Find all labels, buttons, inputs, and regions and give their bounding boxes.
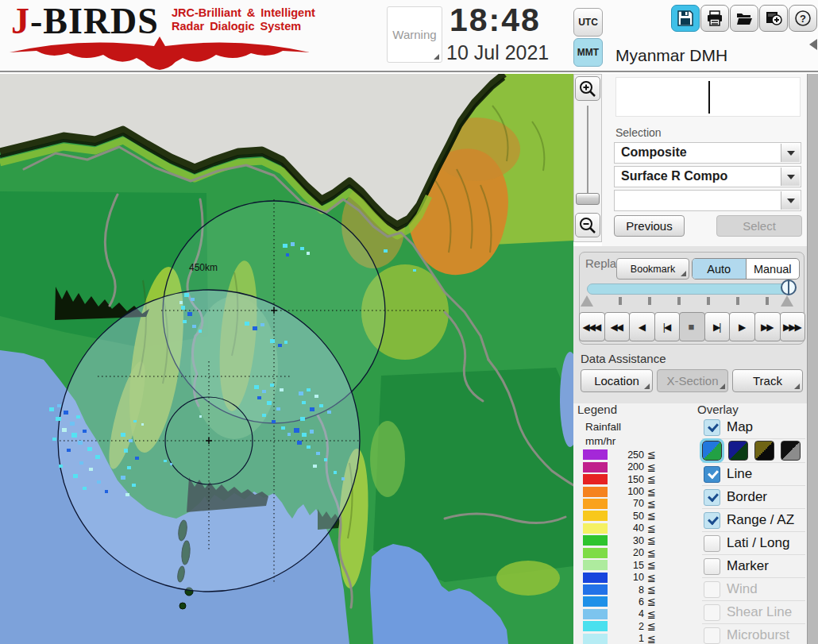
- map-style-swatch-1[interactable]: [728, 441, 748, 461]
- radar-echo: [286, 253, 289, 256]
- zoom-in-button[interactable]: [575, 76, 600, 101]
- checkbox-map[interactable]: [704, 419, 720, 436]
- overlay-row-line: Line: [702, 463, 805, 486]
- map-terrain: 450km: [0, 74, 573, 644]
- zoom-slider-track[interactable]: [587, 106, 588, 202]
- legend-color-swatch: [583, 499, 608, 509]
- legend-value: 100: [608, 486, 644, 497]
- help-button[interactable]: ?: [789, 5, 817, 32]
- replay-range-start-marker[interactable]: [581, 295, 593, 307]
- panel-collapse-arrow-icon[interactable]: [809, 39, 817, 50]
- playback-controls: ◀◀◀◀◀◀|◀■▶|▶▶▶▶▶▶: [579, 312, 804, 341]
- playback-button-3[interactable]: |◀: [654, 312, 681, 341]
- panel-edge-scrollbar[interactable]: [807, 74, 818, 644]
- open-folder-button[interactable]: [730, 5, 758, 32]
- checkbox-range-az[interactable]: [704, 512, 720, 529]
- legend-color-swatch: [583, 523, 608, 534]
- legend-row: 20≦: [583, 547, 670, 559]
- playback-button-5[interactable]: ▶|: [704, 312, 731, 341]
- map-style-swatch-0[interactable]: [702, 441, 722, 461]
- radar-echo: [287, 433, 291, 436]
- overlay-item-label: Lati / Long: [727, 535, 789, 551]
- checkbox-line[interactable]: [704, 466, 720, 483]
- save-icon: [677, 10, 694, 27]
- map-style-swatch-2[interactable]: [754, 441, 774, 461]
- mmt-toggle-button[interactable]: MMT: [573, 38, 603, 67]
- checkbox-lati-long[interactable]: [704, 535, 720, 552]
- track-menu-button[interactable]: Track: [732, 369, 803, 392]
- legend-color-swatch: [583, 449, 608, 460]
- chevron-down-icon[interactable]: [781, 191, 800, 210]
- warning-button[interactable]: Warning: [387, 6, 442, 63]
- radar-echo: [413, 269, 416, 272]
- radar-echo: [310, 430, 314, 434]
- zoom-out-button[interactable]: [575, 213, 600, 237]
- help-icon: ?: [794, 10, 812, 27]
- legend-operator: ≦: [647, 449, 656, 461]
- auto-mode-button[interactable]: Auto: [693, 259, 747, 279]
- legend-color-swatch: [583, 462, 608, 472]
- radar-echo: [302, 401, 306, 404]
- radar-echo: [76, 415, 80, 418]
- radar-echo: [49, 407, 54, 411]
- radar-echo: [280, 388, 284, 391]
- radar-echo: [183, 320, 187, 323]
- radar-echo: [341, 477, 345, 480]
- xsection-menu-button[interactable]: X-Section: [657, 369, 728, 392]
- radar-echo: [199, 415, 202, 418]
- playback-button-4[interactable]: ■: [679, 312, 705, 341]
- map-style-swatch-3[interactable]: [781, 441, 801, 461]
- legend-value: 30: [608, 535, 644, 546]
- checkbox-border[interactable]: [704, 489, 720, 506]
- utc-toggle-button[interactable]: UTC: [573, 8, 603, 37]
- product-option-combobox[interactable]: [614, 190, 801, 211]
- zoom-slider-handle[interactable]: [576, 193, 600, 205]
- add-image-button[interactable]: [759, 5, 788, 32]
- playback-button-0[interactable]: ◀◀◀: [579, 312, 605, 341]
- playback-button-2[interactable]: ◀: [629, 312, 655, 341]
- chevron-down-icon[interactable]: [781, 144, 800, 162]
- chevron-down-icon[interactable]: [781, 168, 800, 186]
- radar-echo: [276, 407, 280, 411]
- radar-echo: [83, 487, 87, 490]
- radar-echo: [141, 423, 144, 426]
- radar-echo: [294, 428, 299, 433]
- radar-echo: [95, 455, 100, 459]
- manual-mode-button[interactable]: Manual: [747, 259, 800, 279]
- previous-button[interactable]: Previous: [614, 215, 685, 237]
- product-category-combobox[interactable]: Composite: [614, 142, 801, 164]
- product-type-combobox[interactable]: Surface R Compo: [614, 166, 801, 187]
- replay-range-end-marker[interactable]: [781, 295, 793, 307]
- radar-echo: [87, 447, 92, 451]
- radar-echo: [334, 471, 337, 474]
- radar-echo: [83, 430, 87, 433]
- save-button[interactable]: [671, 5, 700, 32]
- legend-value: 6: [608, 596, 644, 607]
- radar-echo: [300, 247, 304, 250]
- replay-slider-track[interactable]: [587, 283, 792, 295]
- checkbox-marker[interactable]: [704, 558, 720, 575]
- svg-text:?: ?: [800, 13, 806, 25]
- map-canvas[interactable]: 450km: [0, 74, 573, 644]
- radar-echo: [67, 449, 71, 452]
- status-display: [615, 77, 801, 117]
- playback-button-8[interactable]: ▶▶▶: [780, 312, 806, 341]
- bookmark-menu-button[interactable]: Bookmark: [616, 258, 689, 280]
- radar-echo: [121, 433, 125, 437]
- print-button[interactable]: [700, 5, 729, 32]
- overlay-row-map: Map: [702, 416, 805, 439]
- playback-button-7[interactable]: ▶▶: [754, 312, 781, 341]
- legend-value: 2: [608, 621, 644, 632]
- location-menu-button[interactable]: Location: [581, 369, 653, 392]
- overlay-item-label: Shear Line: [727, 604, 792, 620]
- legend-value: 8: [608, 584, 644, 596]
- playback-button-6[interactable]: ▶: [729, 312, 755, 341]
- playback-button-1[interactable]: ◀◀: [604, 312, 631, 341]
- legend-operator: ≦: [647, 584, 656, 596]
- legend-unit: mm/hr: [585, 435, 615, 447]
- radar-echo: [316, 452, 320, 455]
- replay-slider-handle[interactable]: [781, 280, 797, 295]
- select-button[interactable]: Select: [716, 215, 802, 237]
- radar-echo: [313, 465, 317, 468]
- radar-echo: [327, 411, 331, 414]
